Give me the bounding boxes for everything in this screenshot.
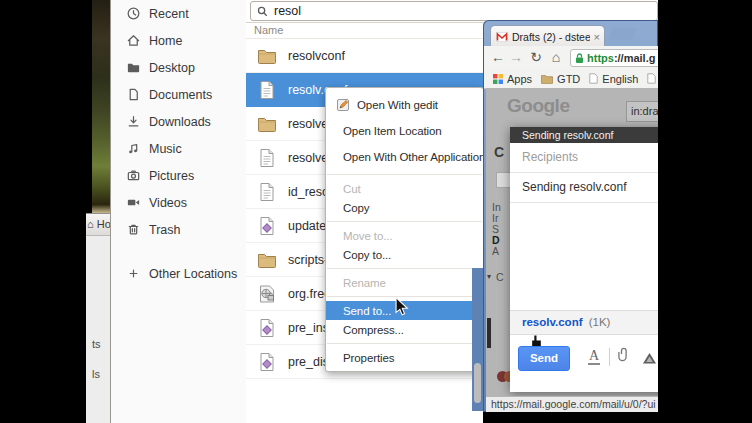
background-window-header[interactable]: ⌂ Ho bbox=[86, 214, 113, 236]
compose-title-bar[interactable]: Sending resolv.conf bbox=[510, 127, 658, 143]
music-notes-icon bbox=[126, 141, 141, 156]
background-window-label-fragment: ts bbox=[92, 338, 101, 350]
sidebar-item-recent[interactable]: Recent bbox=[111, 0, 246, 27]
script-file-icon bbox=[256, 317, 278, 339]
search-icon bbox=[257, 6, 268, 17]
bookmark-s[interactable]: S bbox=[647, 73, 658, 85]
folder-icon bbox=[256, 45, 278, 67]
sidebar-label: Other Locations bbox=[149, 267, 237, 281]
menu-item-open-with-gedit[interactable]: Open With gedit bbox=[326, 92, 483, 118]
menu-label: Send to... bbox=[343, 305, 391, 317]
menu-label: Cut bbox=[343, 183, 361, 195]
sidebar-label: Downloads bbox=[149, 115, 211, 129]
script-file-icon bbox=[256, 351, 278, 373]
gedit-icon bbox=[336, 98, 350, 112]
menu-label: Copy bbox=[343, 202, 369, 214]
sidebar-label: Documents bbox=[149, 88, 212, 102]
menu-separator bbox=[327, 221, 482, 222]
menu-item-compress[interactable]: Compress... bbox=[326, 320, 483, 339]
sidebar-item-downloads[interactable]: Downloads bbox=[111, 108, 246, 135]
sidebar-label: Desktop bbox=[149, 61, 195, 75]
forward-button[interactable]: → bbox=[507, 46, 525, 69]
menu-item-move-to: Move to... bbox=[326, 226, 483, 245]
sidebar-label: Recent bbox=[149, 7, 189, 21]
gmail-scrollbar-thumb[interactable] bbox=[487, 318, 491, 348]
document-icon bbox=[126, 87, 141, 102]
subject-field[interactable]: Sending resolv.conf bbox=[510, 173, 658, 203]
menu-separator bbox=[327, 296, 482, 297]
compose-window: Sending resolv.conf Recipients Sending r… bbox=[510, 127, 658, 392]
chrome-window: Drafts (2) - dsteele@ × ← → ↻ ⌂ https://… bbox=[483, 20, 658, 412]
menu-separator bbox=[327, 343, 482, 344]
bookmark-apps[interactable]: Apps bbox=[493, 73, 532, 85]
browser-tab[interactable]: Drafts (2) - dsteele@ × bbox=[490, 25, 605, 47]
sidebar-item-pictures[interactable]: Pictures bbox=[111, 162, 246, 189]
screen-edge bbox=[658, 0, 752, 423]
gmail-nav-all[interactable]: A bbox=[492, 245, 499, 257]
sidebar-item-home[interactable]: Home bbox=[111, 27, 246, 54]
google-logo: Google bbox=[507, 95, 569, 117]
camera-icon bbox=[126, 168, 141, 183]
sidebar-item-desktop[interactable]: Desktop bbox=[111, 54, 246, 81]
gmail-nav-circles[interactable]: C bbox=[496, 271, 504, 283]
gmail-favicon bbox=[496, 32, 508, 42]
screen: ⌂ Ho ts ls Recent Home Desktop Documents bbox=[0, 0, 752, 423]
send-button[interactable]: Send bbox=[518, 346, 570, 371]
home-button[interactable]: ⌂ bbox=[547, 46, 565, 69]
menu-label: Open Item Location bbox=[343, 125, 442, 137]
sidebar-item-trash[interactable]: Trash bbox=[111, 216, 246, 243]
menu-item-send-to[interactable]: Send to... bbox=[326, 301, 483, 320]
sidebar-label: Home bbox=[149, 34, 182, 48]
menu-separator bbox=[327, 268, 482, 269]
recipients-field[interactable]: Recipients bbox=[510, 143, 658, 173]
address-bar[interactable]: https://mail.g bbox=[570, 49, 658, 67]
desktop-wallpaper bbox=[92, 0, 112, 213]
url-scheme: https bbox=[587, 52, 614, 64]
new-tab-button[interactable] bbox=[608, 28, 637, 40]
text-file-icon bbox=[256, 79, 278, 101]
attachment-chip[interactable]: resolv.conf (1K) bbox=[510, 310, 658, 335]
url-text: ://mail.g bbox=[614, 52, 656, 64]
film-camera-icon bbox=[126, 195, 141, 210]
sidebar-item-other-locations[interactable]: Other Locations bbox=[111, 260, 246, 287]
reload-button[interactable]: ↻ bbox=[527, 46, 545, 69]
context-menu: Open With gedit Open Item Location Open … bbox=[325, 87, 484, 372]
menu-item-rename: Rename bbox=[326, 273, 483, 292]
file-name: resolvconf bbox=[288, 49, 345, 63]
bookmark-english[interactable]: English bbox=[589, 73, 638, 85]
formatting-options-icon[interactable]: A bbox=[588, 348, 600, 365]
text-file-icon bbox=[256, 181, 278, 203]
sidebar-item-music[interactable]: Music bbox=[111, 135, 246, 162]
menu-item-open-with-other-application[interactable]: Open With Other Application bbox=[326, 144, 483, 170]
menu-item-copy[interactable]: Copy bbox=[326, 198, 483, 217]
drive-icon[interactable] bbox=[643, 350, 656, 368]
bookmarks-bar: Apps GTD English S bbox=[484, 69, 658, 89]
sidebar-label: Pictures bbox=[149, 169, 194, 183]
menu-item-open-item-location[interactable]: Open Item Location bbox=[326, 118, 483, 144]
menu-label: Open With gedit bbox=[357, 99, 438, 111]
search-query: resol bbox=[274, 4, 301, 18]
sidebar-item-videos[interactable]: Videos bbox=[111, 189, 246, 216]
attach-file-icon[interactable] bbox=[618, 347, 630, 367]
keyring-file-icon bbox=[256, 283, 278, 305]
text-file-icon bbox=[256, 147, 278, 169]
back-button[interactable]: ← bbox=[489, 46, 507, 69]
menu-item-copy-to[interactable]: Copy to... bbox=[326, 245, 483, 264]
bookmark-page-icon bbox=[647, 73, 656, 84]
scrollbar-thumb[interactable] bbox=[474, 363, 481, 403]
bookmark-label: English bbox=[602, 73, 638, 85]
sidebar-label: Music bbox=[149, 142, 182, 156]
folder-icon bbox=[126, 60, 141, 75]
tab-close-icon[interactable]: × bbox=[590, 31, 604, 43]
search-input[interactable]: resol bbox=[250, 1, 658, 21]
sidebar-label: Videos bbox=[149, 196, 187, 210]
sidebar-item-documents[interactable]: Documents bbox=[111, 81, 246, 108]
bookmark-page-icon bbox=[589, 73, 598, 84]
gmail-compose-button-fragment[interactable]: C bbox=[494, 144, 504, 160]
clock-icon bbox=[126, 6, 141, 21]
screen-edge bbox=[483, 412, 658, 423]
menu-item-properties[interactable]: Properties bbox=[326, 348, 483, 367]
gmail-search-input[interactable]: in:dra bbox=[626, 101, 658, 122]
attachment-name-link[interactable]: resolv.conf bbox=[522, 316, 583, 328]
bookmark-folder-gtd[interactable]: GTD bbox=[541, 73, 580, 85]
